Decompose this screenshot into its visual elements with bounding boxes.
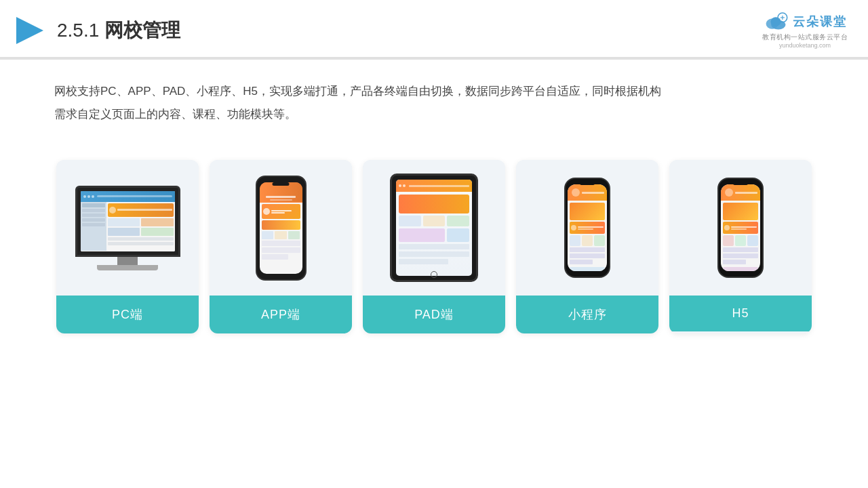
logo-area: 云朵课堂 教育机构一站式服务云平台 yunduoketang.com: [762, 12, 848, 49]
play-icon: [14, 14, 46, 47]
pc-screen: [75, 186, 180, 257]
pc-mockup: [75, 186, 180, 270]
h5-phone: [717, 178, 764, 278]
card-miniprogram-image: [516, 160, 658, 296]
card-h5-label: H5: [669, 296, 812, 331]
pad-tablet-mockup: [390, 174, 478, 282]
card-h5-image: [669, 160, 812, 296]
svg-marker-0: [16, 17, 43, 44]
card-miniprogram: 小程序: [516, 160, 658, 333]
card-pad-label: PAD端: [363, 296, 505, 333]
cloud-icon: [763, 12, 789, 31]
card-pad-image: [363, 160, 505, 296]
logo-text: 云朵课堂: [793, 14, 847, 30]
logo-cloud: 云朵课堂: [763, 12, 847, 31]
card-pad: PAD端: [363, 160, 505, 333]
logo-sub: 教育机构一站式服务云平台: [762, 33, 848, 42]
desc-line2: 需求自定义页面上的内容、课程、功能模块等。: [54, 103, 814, 126]
logo-url: yunduoketang.com: [779, 42, 831, 49]
miniprogram-phone: [564, 178, 610, 278]
desc-line1: 网校支持PC、APP、PAD、小程序、H5，实现多端打通，产品各终端自由切换，数…: [54, 80, 814, 103]
cards-container: PC端: [0, 140, 868, 354]
app-phone-mockup: [256, 176, 307, 281]
header-left: 2.5.1 网校管理: [14, 14, 180, 47]
card-miniprogram-label: 小程序: [516, 296, 658, 333]
description: 网校支持PC、APP、PAD、小程序、H5，实现多端打通，产品各终端自由切换，数…: [0, 60, 868, 133]
card-pc: PC端: [56, 160, 199, 333]
page-title: 2.5.1 网校管理: [57, 18, 180, 43]
svg-point-3: [770, 17, 781, 26]
card-app-label: APP端: [210, 296, 352, 333]
card-h5: H5: [669, 160, 812, 333]
card-app: APP端: [210, 160, 352, 333]
card-pc-label: PC端: [56, 296, 199, 333]
header: 2.5.1 网校管理 云朵课堂 教育机构一站式服务云平台 yunduoketan…: [0, 0, 868, 58]
card-pc-image: [56, 160, 199, 296]
card-app-image: [210, 160, 352, 296]
